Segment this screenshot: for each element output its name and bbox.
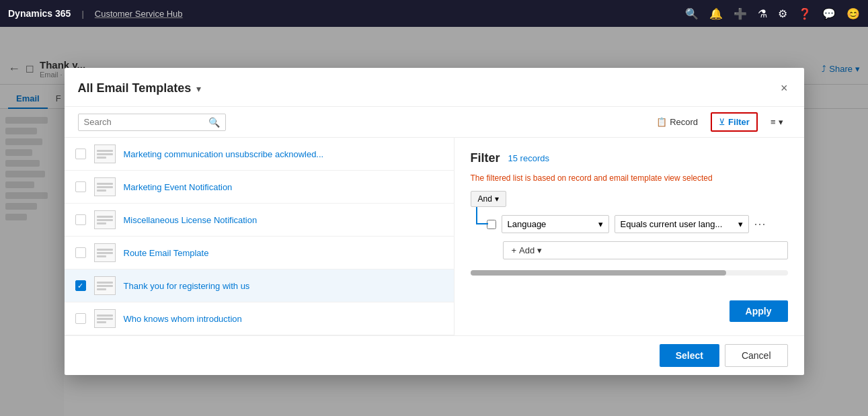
filter-title: Filter: [471, 151, 500, 165]
topbar: Dynamics 365 | Customer Service Hub 🔍 🔔 …: [0, 0, 868, 27]
view-options-button[interactable]: ≡ ▾: [763, 113, 791, 131]
filter-field-label: Language: [508, 219, 547, 229]
item-icon: [94, 210, 116, 229]
help-icon[interactable]: ❓: [798, 7, 812, 20]
list-item[interactable]: Miscellaneous License Notification: [65, 204, 454, 237]
list-item[interactable]: Marketing communication unsubscribe ackn…: [65, 138, 454, 171]
record-button[interactable]: 📋 Record: [649, 113, 705, 131]
modal-overlay: All Email Templates ▾ × 🔍 📋 Record ⊻ Fil…: [0, 27, 868, 416]
filter-add-chevron-icon: ▾: [537, 245, 542, 255]
bell-icon[interactable]: 🔔: [709, 7, 723, 20]
module-name[interactable]: Customer Service Hub: [95, 9, 183, 19]
filter-button[interactable]: ⊻ Filter: [711, 112, 758, 132]
filter-add-label: Add: [519, 245, 535, 255]
list-item[interactable]: Who knows whom introduction: [65, 302, 454, 335]
item-icon: [94, 144, 116, 163]
record-label: Record: [670, 117, 698, 127]
view-chevron-icon: ▾: [779, 117, 783, 127]
filter-logic-chevron-icon: ▾: [495, 194, 499, 204]
filter-description: The filtered list is based on record and…: [471, 173, 788, 183]
item-checkbox[interactable]: [75, 247, 86, 258]
modal-title: All Email Templates: [78, 81, 192, 95]
settings-icon[interactable]: ⚙: [778, 7, 787, 20]
search-input-container: 🔍: [78, 114, 226, 131]
filter-add-icon: +: [512, 245, 517, 255]
filter-logic-button[interactable]: And ▾: [471, 191, 506, 207]
modal-footer: Select Cancel: [65, 335, 804, 375]
item-checkbox[interactable]: [75, 149, 86, 159]
item-icon: [94, 243, 116, 262]
cancel-button[interactable]: Cancel: [725, 344, 788, 367]
item-name[interactable]: Marketing Event Notification: [124, 182, 233, 192]
search-icon[interactable]: 🔍: [685, 7, 699, 20]
filter-logic-label: And: [478, 194, 492, 204]
email-templates-modal: All Email Templates ▾ × 🔍 📋 Record ⊻ Fil…: [65, 68, 804, 375]
filter-row-checkbox[interactable]: [487, 220, 496, 229]
modal-close-button[interactable]: ×: [778, 79, 791, 98]
filter-scrollbar: [471, 270, 788, 276]
filter-more-options-button[interactable]: ···: [754, 217, 766, 231]
filter-operator-dropdown[interactable]: Equals current user lang... ▾: [615, 215, 749, 233]
filter-operator-label: Equals current user lang...: [621, 219, 723, 229]
filter-panel: Filter 15 records The filtered list is b…: [455, 138, 804, 335]
modal-header: All Email Templates ▾ ×: [65, 68, 804, 107]
item-icon: [94, 309, 116, 328]
modal-body: Marketing communication unsubscribe ackn…: [65, 138, 804, 335]
item-checkbox[interactable]: ✓: [75, 280, 86, 291]
topbar-separator: |: [81, 9, 83, 19]
list-item[interactable]: Marketing Event Notification: [65, 171, 454, 204]
topbar-icons: 🔍 🔔 ➕ ⚗ ⚙ ❓ 💬 😊: [685, 7, 860, 20]
item-name[interactable]: Route Email Template: [124, 248, 209, 258]
filter-field-chevron-icon: ▾: [598, 219, 603, 229]
filter-apply-button[interactable]: Apply: [729, 300, 788, 322]
filter-funnel-icon: ⊻: [719, 117, 725, 127]
item-checkbox[interactable]: [75, 181, 86, 192]
filter-logic: And ▾: [471, 191, 788, 207]
filter-scrollbar-thumb: [471, 270, 726, 276]
list-item[interactable]: Route Email Template: [65, 237, 454, 269]
user-icon[interactable]: 😊: [846, 7, 860, 20]
filter-count: 15 records: [508, 153, 549, 163]
select-button[interactable]: Select: [660, 344, 719, 367]
filter-label: Filter: [728, 117, 750, 127]
filter-row: Language ▾ Equals current user lang... ▾…: [471, 215, 788, 233]
search-input[interactable]: [84, 117, 204, 127]
view-list-icon: ≡: [771, 117, 776, 127]
filter-spacer: [471, 284, 788, 292]
filter-add-button[interactable]: + Add ▾: [503, 241, 788, 259]
item-name[interactable]: Thank you for registering with us: [124, 281, 250, 291]
modal-title-chevron-icon[interactable]: ▾: [196, 83, 201, 94]
record-icon: 📋: [656, 117, 667, 127]
template-list: Marketing communication unsubscribe ackn…: [65, 138, 455, 335]
add-icon[interactable]: ➕: [734, 7, 747, 20]
list-item[interactable]: ✓ Thank you for registering with us: [65, 269, 454, 302]
filter-operator-chevron-icon: ▾: [738, 219, 743, 229]
search-icon[interactable]: 🔍: [208, 117, 220, 128]
filter-icon[interactable]: ⚗: [758, 7, 767, 20]
chat-icon[interactable]: 💬: [822, 7, 836, 20]
item-checkbox[interactable]: [75, 214, 86, 225]
item-name[interactable]: Miscellaneous License Notification: [124, 215, 258, 225]
item-name[interactable]: Marketing communication unsubscribe ackn…: [124, 149, 324, 159]
brand-name: Dynamics 365: [8, 8, 71, 19]
item-icon: [94, 276, 116, 295]
filter-field-dropdown[interactable]: Language ▾: [502, 215, 609, 233]
modal-toolbar: 🔍 📋 Record ⊻ Filter ≡ ▾: [65, 107, 804, 138]
item-icon: [94, 177, 116, 196]
item-name[interactable]: Who knows whom introduction: [124, 314, 242, 324]
filter-header: Filter 15 records: [471, 151, 788, 165]
item-checkbox[interactable]: [75, 313, 86, 324]
toolbar-right: 📋 Record ⊻ Filter ≡ ▾: [649, 112, 790, 132]
